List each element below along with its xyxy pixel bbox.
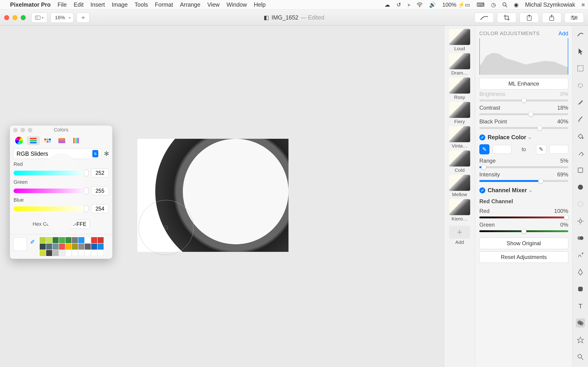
status-spotlight-icon[interactable] (502, 2, 507, 7)
tool-lasso-icon[interactable] (576, 81, 585, 90)
status-notifications-icon[interactable]: ≡ (582, 2, 585, 8)
status-cloud-icon[interactable]: ☁︎ (384, 2, 390, 8)
swatch[interactable] (46, 237, 52, 243)
colors-red-value[interactable]: 252 (91, 169, 109, 177)
colors-green-value[interactable]: 255 (91, 186, 109, 195)
colors-blue-slider[interactable] (14, 206, 88, 211)
layer-item[interactable]: Cold (449, 150, 470, 173)
show-original-button[interactable]: Show Original (479, 238, 568, 249)
swatch[interactable] (98, 244, 104, 250)
swatch[interactable] (59, 250, 65, 256)
swatch[interactable] (52, 250, 59, 256)
menu-arrange[interactable]: Arrange (180, 1, 200, 8)
layer-item[interactable]: Loud (449, 29, 470, 51)
colors-gear-icon[interactable]: ✻ (104, 150, 109, 157)
tool-settings-button[interactable] (565, 13, 584, 23)
tool-coloradjust-icon[interactable] (576, 318, 585, 327)
swatch[interactable] (85, 250, 91, 256)
colors-traffic-lights[interactable] (13, 128, 32, 132)
tool-brush-icon[interactable] (576, 115, 585, 124)
swatch[interactable] (91, 250, 97, 256)
swatch[interactable] (52, 237, 59, 243)
tool-blur-icon[interactable] (576, 200, 585, 209)
window-traffic-lights[interactable] (4, 15, 26, 20)
zoom-dropdown[interactable]: 16%▾ (51, 13, 73, 23)
colors-red-slider[interactable] (14, 171, 88, 175)
layer-item[interactable]: Rosy (449, 77, 470, 100)
check-icon[interactable]: ✓ (479, 187, 485, 193)
blackpoint-slider[interactable] (479, 127, 568, 129)
tool-crop-button[interactable] (497, 13, 516, 23)
colors-titlebar[interactable]: Colors (10, 125, 112, 134)
menu-insert[interactable]: Insert (90, 1, 105, 8)
tool-repair-button[interactable] (475, 13, 494, 23)
tool-repair-icon[interactable] (576, 166, 585, 175)
swatch[interactable] (46, 250, 52, 256)
tool-clone-icon[interactable] (576, 234, 585, 243)
sidebar-toggle-button[interactable]: ▾ (31, 13, 47, 23)
tool-shape-icon[interactable] (576, 183, 585, 192)
colors-swatch-grid[interactable] (40, 237, 104, 256)
tool-light-icon[interactable] (576, 217, 585, 226)
menu-window[interactable]: Window (226, 1, 247, 8)
status-battery[interactable]: 100% ⚡▭ (442, 2, 470, 8)
menu-file[interactable]: File (57, 1, 67, 8)
colors-tab-image[interactable] (55, 136, 68, 145)
range-slider[interactable] (479, 166, 568, 168)
add-button[interactable]: + (77, 13, 90, 23)
brightness-slider[interactable] (479, 100, 568, 101)
swatch[interactable] (40, 250, 46, 256)
tool-share-button[interactable] (542, 13, 561, 23)
layer-item[interactable]: Dram… (449, 53, 470, 76)
mix-green-slider[interactable] (479, 230, 568, 232)
ml-enhance-button[interactable]: ML Enhance (479, 78, 568, 90)
replace-from-swatch[interactable] (493, 145, 511, 154)
layer-item[interactable]: Vinta… (449, 126, 470, 149)
tool-warp-icon[interactable] (576, 250, 585, 260)
check-icon[interactable]: ✓ (479, 134, 485, 140)
layer-item[interactable]: Mellow (449, 175, 470, 197)
swatch[interactable] (59, 244, 65, 250)
status-user[interactable]: Michal Szymkowiak (525, 1, 575, 8)
swatch[interactable] (85, 244, 91, 250)
layer-item[interactable]: Kiero… (449, 199, 470, 222)
colors-green-slider[interactable] (14, 189, 88, 193)
colors-tab-pencils[interactable] (69, 136, 82, 145)
swatch[interactable] (40, 244, 46, 250)
tool-zoom-icon[interactable] (576, 352, 585, 361)
status-clock-icon[interactable]: ◷ (491, 2, 496, 8)
tool-eraser-icon[interactable] (576, 149, 585, 158)
tool-effects-icon[interactable] (576, 335, 585, 344)
colors-tab-sliders[interactable] (27, 136, 40, 145)
swatch[interactable] (59, 237, 65, 243)
swatch[interactable] (72, 244, 78, 250)
add-layer-button[interactable]: + (449, 226, 470, 239)
status-keyboard-icon[interactable]: ⌨ (477, 2, 485, 8)
tool-rect-icon[interactable] (576, 284, 585, 294)
canvas-area[interactable]: Colors RGB Sliders⇅ ✻ Red 252 Green (0, 26, 444, 367)
status-siri-icon[interactable]: ◉ (514, 2, 519, 8)
replace-to-eyedropper[interactable]: ✎ (536, 144, 546, 154)
swatch[interactable] (91, 244, 97, 250)
menu-format[interactable]: Format (155, 1, 173, 8)
swatch[interactable] (78, 237, 84, 243)
swatch[interactable] (91, 237, 97, 243)
swatch[interactable] (78, 244, 84, 250)
swatch[interactable] (98, 237, 104, 243)
swatch[interactable] (72, 237, 78, 243)
contrast-slider[interactable] (479, 113, 568, 115)
menu-tools[interactable]: Tools (135, 1, 148, 8)
panel-add-button[interactable]: Add (558, 30, 568, 37)
swatch[interactable] (72, 250, 78, 256)
colors-tab-wheel[interactable] (13, 136, 26, 145)
colors-current-swatch[interactable] (13, 237, 27, 251)
colors-tab-palettes[interactable] (41, 136, 54, 145)
colors-eyedropper-icon[interactable]: ✐ (30, 239, 36, 245)
menu-view[interactable]: View (207, 1, 220, 8)
intensity-slider[interactable] (479, 180, 568, 182)
replace-to-swatch[interactable] (549, 145, 568, 154)
status-volume-icon[interactable]: 🔊 (429, 2, 436, 8)
colors-blue-value[interactable]: 254 (91, 204, 109, 213)
swatch[interactable] (78, 250, 84, 256)
app-name[interactable]: Pixelmator Pro (10, 1, 51, 8)
